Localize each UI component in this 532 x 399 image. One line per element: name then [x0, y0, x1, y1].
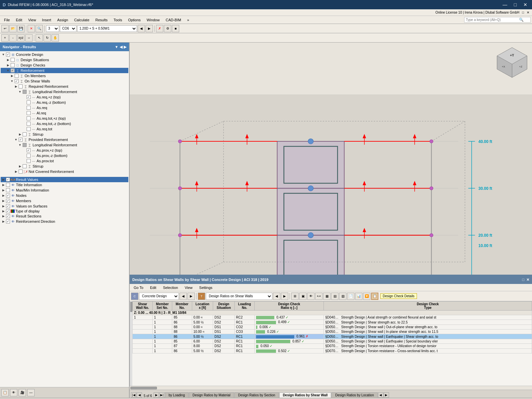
check-as-req-tot-bot[interactable] — [27, 122, 31, 126]
tree-item-as-req[interactable]: — As.req — [1, 105, 128, 110]
nav-bottom-btn3[interactable]: 🎥 — [19, 389, 26, 396]
toolbar-settings[interactable]: ⚙ — [164, 25, 171, 32]
check-al-req[interactable] — [27, 111, 31, 115]
results-tb-table2[interactable]: ▤ — [331, 293, 338, 300]
tab-by-material[interactable]: Design Ratios by Material — [189, 392, 234, 398]
check-as-req-tot-top[interactable] — [27, 116, 31, 120]
tab-scroll-left[interactable]: ◀ — [378, 392, 383, 398]
check-long-reinf-prov[interactable] — [23, 143, 27, 147]
results-tb-filter1[interactable]: ⊞ — [291, 293, 299, 300]
table-row[interactable]: 1 88 0.00 ≈ DS1 CO2 0.006 ✓ §D050… Stren… — [133, 325, 532, 329]
check-required-reinf[interactable] — [19, 84, 23, 88]
license-window-min[interactable]: □ — [522, 11, 524, 14]
tree-item-concrete-design[interactable]: ▼ ⊞ Concrete Design — [1, 52, 128, 57]
tree-item-members[interactable]: ▶ 👁 Members — [1, 198, 128, 203]
menu-item-results[interactable]: Results — [93, 17, 110, 23]
tree-item-al-req[interactable]: — Al.req — [1, 110, 128, 116]
expand-reinf-direction[interactable]: ▶ — [1, 219, 5, 223]
check-stirrup-prov[interactable] — [23, 164, 27, 168]
results-tb-table3[interactable]: ▧ — [339, 293, 346, 300]
results-view-combo[interactable]: Design Ratios on Shear Walls — [206, 293, 272, 300]
toolbar2-pan[interactable]: ✋ — [52, 34, 59, 42]
menu-item-calculate[interactable]: Calculate — [71, 17, 92, 23]
menu-item-file[interactable]: File — [1, 17, 13, 23]
results-menu-view[interactable]: View — [182, 285, 195, 290]
results-tb-filter3[interactable]: 👁 — [307, 293, 315, 300]
table-row[interactable]: 1 1 85 0.00 ≈ DS2 RC2 0.437 ✓ §D0 — [133, 315, 532, 320]
tree-item-nodes[interactable]: ▶ 👁 Nodes — [1, 193, 128, 198]
results-tb-export1[interactable]: 📄 — [347, 293, 354, 300]
license-window-close[interactable]: ✕ — [527, 11, 529, 14]
toolbar-next-lc[interactable]: ▶ — [146, 25, 153, 32]
results-minimize-btn[interactable]: □ — [522, 278, 524, 282]
tree-item-type-display[interactable]: ▶ Type of display — [1, 209, 128, 213]
menu-item-tools[interactable]: Tools — [111, 17, 125, 23]
toolbar2-xyz[interactable]: xyz — [17, 34, 25, 42]
tree-item-on-members[interactable]: ▶ ⌶ On Members — [1, 73, 128, 78]
results-hscrollbar[interactable] — [130, 386, 532, 390]
tree-item-not-covered[interactable]: ▶ ⌶✗ Not Covered Reinforcement — [1, 169, 128, 174]
menu-item-cadbim[interactable]: CAD-BIM — [163, 17, 184, 23]
toolbar-render[interactable]: ■ — [172, 25, 179, 32]
search-bar[interactable]: 🔍 — [464, 17, 531, 23]
check-as-prov-top[interactable] — [27, 148, 31, 152]
results-menu-edit[interactable]: Edit — [147, 285, 159, 290]
tree-item-as-prov-tot[interactable]: — As.prov.tot — [1, 158, 128, 164]
check-stirrup-req[interactable] — [23, 132, 27, 136]
expand-on-shear-walls[interactable]: ▼ — [10, 79, 14, 83]
check-result-values[interactable] — [6, 178, 10, 182]
toolbar2-rotate[interactable]: ↻ — [44, 34, 51, 42]
expand-result-sections[interactable]: ▶ — [1, 214, 5, 218]
menu-item-options[interactable]: Options — [125, 17, 143, 23]
tab-by-loading[interactable]: by Loading — [165, 392, 189, 398]
nav-expand-btn[interactable]: ▼ — [115, 45, 118, 49]
tree-item-as-req-tot-top[interactable]: — As.req.tot,+z (top) — [1, 116, 128, 121]
toolbar-save[interactable]: 💾 — [17, 25, 25, 32]
check-maxmin-info[interactable] — [6, 188, 10, 192]
expand-design-checks[interactable]: ▶ — [6, 63, 10, 67]
tree-item-title-info[interactable]: ▶ 👁 Title Information — [1, 182, 128, 188]
tab-nav-last[interactable]: ▶| — [159, 392, 165, 398]
toolbar2-btn1[interactable]: + — [1, 34, 9, 42]
tree-item-long-reinf-req[interactable]: ▼ ⌶ Longitudinal Reinforcement — [1, 89, 128, 94]
tree-item-as-req-top[interactable]: — As.req,+z (top) — [1, 94, 128, 100]
expand-result-values[interactable]: ▶ — [1, 178, 5, 182]
check-as-req-bot[interactable] — [27, 100, 31, 104]
expand-on-members[interactable]: ▶ — [10, 74, 14, 78]
navigator-header-controls[interactable]: ▼ ◀ ▶ — [115, 45, 126, 49]
tree-item-as-prov-bot[interactable]: — As.prov,-z (bottom) — [1, 153, 128, 158]
nav-bottom-btn4[interactable]: — — [27, 389, 35, 396]
expand-stirrup-prov[interactable]: ▶ — [18, 164, 22, 168]
results-tb-next[interactable]: ▶ — [188, 293, 195, 300]
results-close-btn[interactable]: ✕ — [526, 278, 529, 282]
nav-prev-btn[interactable]: ◀ — [120, 45, 122, 49]
results-menu-settings[interactable]: Settings — [197, 285, 215, 290]
expand-not-covered[interactable]: ▶ — [14, 170, 18, 174]
check-type-display[interactable] — [6, 209, 10, 213]
tree-item-stirrup-req[interactable]: ▶ ⌶ Stirrup — [1, 132, 128, 137]
toolbar2-select[interactable]: ↖ — [36, 34, 43, 42]
expand-concrete-design[interactable]: ▼ — [1, 53, 5, 57]
tree-item-design-situations[interactable]: ▶ □ Design Situations — [1, 57, 128, 63]
menu-item-window[interactable]: Window — [144, 17, 162, 23]
tree-item-provided-reinf[interactable]: ▼ ⌶ Provided Reinforcement — [1, 137, 128, 142]
expand-long-reinf-prov[interactable]: ▼ — [18, 143, 22, 147]
tree-item-reinforcement[interactable]: ▼ ⌶ Reinforcement — [1, 68, 128, 73]
check-reinforcement[interactable] — [11, 68, 15, 72]
check-as-req-tot[interactable] — [27, 127, 31, 131]
check-as-req-top[interactable] — [27, 95, 31, 99]
tree-item-stirrup-prov[interactable]: ▶ ⌶ Stirrup — [1, 164, 128, 169]
menu-item-assign[interactable]: Assign — [55, 17, 71, 23]
toolbar-zoom[interactable]: 🔍 — [36, 25, 43, 32]
tree-item-as-req-tot-bot[interactable]: — As.req.tot,-z (bottom) — [1, 121, 128, 126]
results-view-prev[interactable]: ◀ — [273, 293, 280, 300]
table-row[interactable]: 1 85 6.00 DS2 RC1 0.857 ✓ §D050… Strengt… — [133, 339, 532, 343]
check-title-info[interactable] — [6, 183, 10, 187]
expand-stirrup-req[interactable]: ▶ — [18, 132, 22, 136]
results-view-next[interactable]: ▶ — [281, 293, 288, 300]
results-tb-xxx[interactable]: ×.× — [315, 293, 323, 300]
table-row[interactable]: 1 86 5.00 ½ DS2 RC1 0.499 ✓ §D050… Stren… — [133, 320, 532, 325]
expand-values-surfaces[interactable]: ▶ — [1, 204, 5, 208]
check-as-req[interactable] — [27, 106, 31, 110]
tab-nav-next[interactable]: ▶ — [154, 392, 159, 398]
